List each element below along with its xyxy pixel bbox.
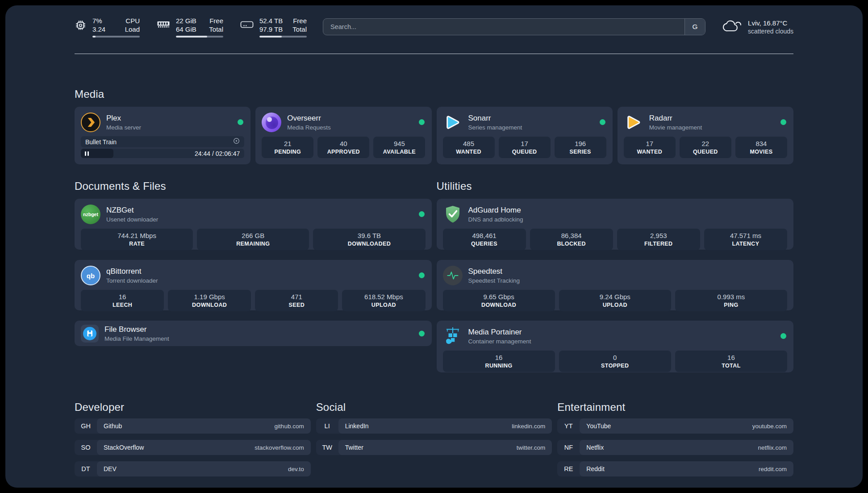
cpu-usage: 7%: [92, 17, 102, 25]
link-name: LinkedIn: [345, 422, 369, 430]
link-name: Netflix: [586, 444, 604, 451]
section-title-developer: Developer: [75, 401, 311, 414]
adguard-icon: [443, 205, 463, 224]
header-divider: [75, 54, 793, 54]
disk-label-2: Total: [292, 25, 307, 33]
playback-progress: 24:44 / 02:06:47: [81, 149, 244, 158]
app-card-sonarr[interactable]: Sonarr Series management 485WANTED 17QUE…: [437, 107, 613, 164]
link-name: Twitter: [345, 444, 363, 451]
app-subtitle: Usenet downloader: [106, 216, 158, 223]
link-url: twitter.com: [517, 444, 546, 451]
link-netflix[interactable]: NF Netflix netflix.com: [557, 440, 793, 455]
app-title: File Browser: [104, 325, 169, 334]
disk-progress-bar: [259, 36, 307, 38]
status-dot-online: [419, 330, 425, 336]
playback-time: 24:44 / 02:06:47: [195, 150, 244, 157]
app-subtitle: Torrent downloader: [106, 277, 158, 284]
stat-remaining: 266 GBREMAINING: [197, 229, 309, 250]
stat-latency: 47.571 msLATENCY: [704, 229, 787, 250]
cpu-load: 3.24: [92, 25, 105, 33]
section-utilities: Utilities: [437, 180, 794, 372]
section-title-entertainment: Entertainment: [557, 401, 793, 414]
cpu-progress-bar: [92, 36, 140, 38]
app-card-nzbget[interactable]: nzbget NZBGet Usenet downloader 744.21 M…: [75, 199, 432, 250]
link-abbr: NF: [557, 440, 580, 455]
link-reddit[interactable]: RE Reddit reddit.com: [557, 461, 793, 476]
dashboard-surface: 7%CPU 3.24Load: [5, 5, 863, 488]
link-twitter[interactable]: TW Twitter twitter.com: [316, 440, 552, 455]
link-github[interactable]: GH Github github.com: [75, 418, 311, 434]
disk-free: 52.4 TB: [259, 17, 283, 25]
app-title: NZBGet: [106, 205, 158, 215]
app-title: Media Portainer: [468, 327, 531, 337]
ram-free: 22 GiB: [176, 17, 196, 25]
ram-label-1: Free: [209, 17, 223, 25]
overseerr-icon: [262, 113, 281, 132]
app-card-adguard[interactable]: AdGuard Home DNS and adblocking 498,461Q…: [437, 199, 794, 250]
cpu-stat: 7%CPU 3.24Load: [75, 17, 140, 38]
app-card-filebrowser[interactable]: File Browser Media File Management: [75, 321, 432, 346]
app-card-qbittorrent[interactable]: qb qBittorrent Torrent downloader 16LEEC…: [75, 260, 432, 310]
link-url: stackoverflow.com: [255, 444, 304, 451]
playback-progress-fill: [81, 149, 113, 158]
ram-progress-bar: [176, 36, 223, 38]
link-abbr: LI: [316, 418, 338, 434]
app-title: Sonarr: [468, 113, 522, 123]
speedtest-icon: [443, 266, 463, 285]
radarr-icon: [624, 113, 643, 132]
status-dot-online: [780, 333, 786, 339]
link-url: youtube.com: [752, 423, 787, 430]
link-abbr: DT: [75, 461, 97, 476]
link-name: DEV: [104, 465, 117, 472]
link-stackoverflow[interactable]: SO StackOverflow stackoverflow.com: [75, 440, 311, 455]
top-bar: 7%CPU 3.24Load: [75, 17, 793, 37]
app-card-radarr[interactable]: Radarr Movie management 17WANTED 22QUEUE…: [618, 107, 793, 164]
stat-series: 196SERIES: [555, 137, 606, 158]
link-url: dev.to: [288, 466, 304, 472]
app-card-speedtest[interactable]: Speedtest Speedtest Tracking 9.65 GbpsDO…: [437, 260, 794, 310]
app-title: Overseerr: [287, 113, 331, 123]
stat-pending: 21PENDING: [262, 137, 313, 158]
link-dev-to[interactable]: DT DEV dev.to: [75, 461, 311, 476]
link-abbr: GH: [75, 418, 97, 434]
section-social: Social LI LinkedIn linkedin.com TW Twitt…: [316, 401, 552, 455]
link-name: YouTube: [586, 422, 611, 430]
section-entertainment: Entertainment YT YouTube youtube.com NF …: [557, 401, 793, 476]
app-card-portainer[interactable]: Media Portainer Container management 16R…: [437, 321, 794, 372]
link-name: StackOverflow: [104, 444, 144, 451]
stat-blocked: 86,384BLOCKED: [530, 229, 613, 250]
plex-icon: [81, 113, 100, 132]
app-card-plex[interactable]: Plex Media server Bullet Train: [75, 107, 250, 164]
now-playing-title: Bullet Train: [85, 138, 117, 146]
app-subtitle: Speedtest Tracking: [468, 277, 520, 284]
weather-widget[interactable]: Lviv, 16.87°C scattered clouds: [722, 18, 793, 35]
stat-movies: 834MOVIES: [735, 137, 787, 158]
search-engine-button[interactable]: G: [684, 19, 705, 35]
stat-upload: 9.24 GbpsUPLOAD: [559, 290, 671, 311]
stat-total: 16TOTAL: [675, 351, 787, 372]
stat-approved: 40APPROVED: [317, 137, 369, 158]
search-input[interactable]: [323, 19, 684, 35]
section-developer: Developer GH Github github.com SO StackO…: [75, 401, 311, 476]
app-title: Radarr: [649, 113, 702, 123]
section-title-utilities: Utilities: [437, 180, 794, 193]
stat-stopped: 0STOPPED: [559, 351, 671, 372]
section-title-media: Media: [75, 88, 793, 101]
cpu-label-1: CPU: [125, 17, 140, 25]
link-url: netflix.com: [758, 444, 787, 451]
ram-total: 64 GiB: [176, 25, 196, 33]
app-subtitle: Media server: [106, 124, 141, 131]
disk-total: 97.9 TB: [259, 25, 283, 33]
link-url: github.com: [275, 423, 304, 430]
status-dot-online: [419, 272, 425, 278]
link-youtube[interactable]: YT YouTube youtube.com: [557, 418, 793, 434]
stat-wanted: 17WANTED: [624, 137, 676, 158]
link-linkedin[interactable]: LI LinkedIn linkedin.com: [316, 418, 552, 434]
status-dot-online: [600, 119, 605, 125]
link-url: linkedin.com: [512, 423, 545, 430]
disk-progress-fill: [259, 36, 282, 38]
ram-label-2: Total: [209, 25, 223, 33]
stat-downloaded: 39.6 TBDOWNLOADED: [313, 229, 425, 250]
app-card-overseerr[interactable]: Overseerr Media Requests 21PENDING 40APP…: [255, 107, 431, 164]
pause-icon: [85, 151, 86, 156]
